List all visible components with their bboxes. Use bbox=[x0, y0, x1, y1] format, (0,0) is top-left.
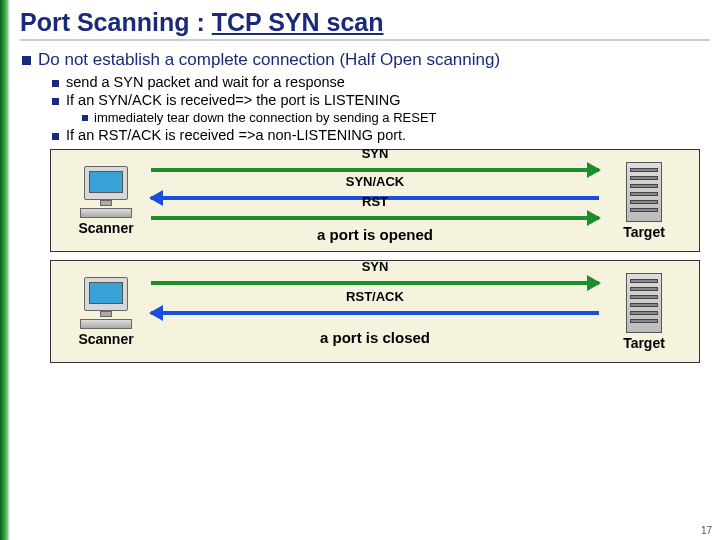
arrow-syn-label: SYN bbox=[151, 146, 599, 161]
bullet-sub-syn: send a SYN packet and wait for a respons… bbox=[66, 74, 710, 90]
title-underlined: TCP SYN scan bbox=[212, 8, 384, 36]
scanner-label: Scanner bbox=[78, 331, 133, 347]
scanner-node: Scanner bbox=[61, 277, 151, 347]
bullet-main: Do not establish a complete connection (… bbox=[38, 49, 710, 70]
target-node: Target bbox=[599, 162, 689, 240]
server-icon bbox=[626, 273, 662, 333]
result-opened: a port is opened bbox=[151, 226, 599, 243]
result-closed: a port is closed bbox=[151, 329, 599, 346]
scanner-node: Scanner bbox=[61, 166, 151, 236]
arrow-syn-label: SYN bbox=[151, 259, 599, 274]
bullet-sub-synack: If an SYN/ACK is received=> the port is … bbox=[66, 92, 710, 108]
computer-icon bbox=[78, 277, 134, 329]
page-number: 17 bbox=[701, 525, 712, 536]
diagram-port-closed: Scanner SYN RST/ACK a port is closed bbox=[50, 260, 700, 363]
slide-content: Port Scanning : TCP SYN scan Do not esta… bbox=[20, 8, 710, 530]
arrow-synack-label: SYN/ACK bbox=[151, 174, 599, 189]
diagram-port-opened: Scanner SYN SYN/ACK RST a po bbox=[50, 149, 700, 252]
target-node: Target bbox=[599, 273, 689, 351]
target-label: Target bbox=[623, 224, 665, 240]
decorative-sidebar bbox=[0, 0, 10, 540]
server-icon bbox=[626, 162, 662, 222]
arrows-area: SYN SYN/ACK RST a port is opened bbox=[151, 156, 599, 245]
bullet-list: Do not establish a complete connection (… bbox=[20, 49, 710, 143]
slide-title: Port Scanning : TCP SYN scan bbox=[20, 8, 710, 41]
title-prefix: Port Scanning : bbox=[20, 8, 212, 36]
arrows-area: SYN RST/ACK a port is closed bbox=[151, 267, 599, 356]
bullet-sub-rstack: If an RST/ACK is received =>a non-LISTEN… bbox=[66, 127, 710, 143]
scanner-label: Scanner bbox=[78, 220, 133, 236]
arrow-rstack-label: RST/ACK bbox=[151, 289, 599, 304]
arrow-rst-label: RST bbox=[151, 194, 599, 209]
target-label: Target bbox=[623, 335, 665, 351]
bullet-subsub-reset: immediately tear down the connection by … bbox=[94, 110, 710, 125]
computer-icon bbox=[78, 166, 134, 218]
